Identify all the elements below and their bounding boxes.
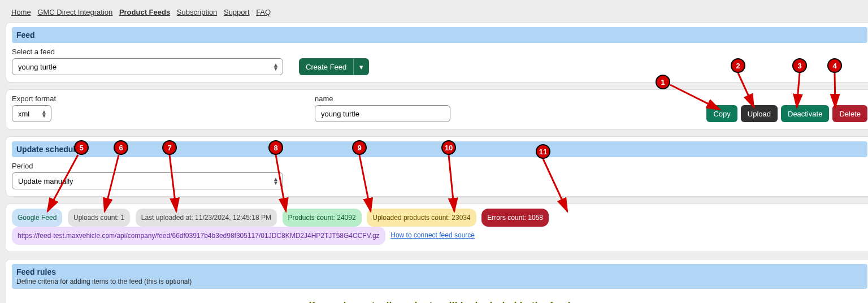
- select-feed-label: Select a feed: [12, 47, 867, 56]
- chevron-down-icon: ▾: [359, 63, 363, 71]
- nav-product-feeds[interactable]: Product Feeds: [119, 8, 170, 16]
- top-nav: Home GMC Direct Integration Product Feed…: [6, 6, 868, 22]
- schedule-panel: Update schedule Period ▲▼: [6, 136, 868, 197]
- create-feed-caret-button[interactable]: ▾: [353, 58, 369, 75]
- select-feed[interactable]: [12, 58, 283, 75]
- period-label: Period: [12, 162, 867, 170]
- feed-actions: Copy Upload Deactivate Delete: [706, 105, 867, 122]
- rules-header-title: Feed rules: [16, 267, 56, 276]
- export-panel: Export format ▲▼ name Copy Upload Deacti…: [6, 89, 868, 129]
- badge-uploaded: Uploaded products count: 23034: [367, 209, 476, 227]
- nav-gmc[interactable]: GMC Direct Integration: [37, 8, 112, 16]
- badge-url: https://feed-test.maxvehicle.com/api/com…: [12, 227, 385, 245]
- nav-support[interactable]: Support: [224, 8, 250, 16]
- export-format-label: Export format: [12, 94, 56, 103]
- upload-button[interactable]: Upload: [741, 105, 778, 122]
- badge-last-upload: Last uploaded at: 11/23/2024, 12:45:18 P…: [136, 209, 277, 227]
- schedule-header: Update schedule: [12, 141, 867, 157]
- badge-products: Products count: 24092: [283, 209, 362, 227]
- nav-subscription[interactable]: Subscription: [177, 8, 218, 16]
- deactivate-button[interactable]: Deactivate: [781, 105, 829, 122]
- feed-panel: Feed Select a feed ▲▼ Create Feed ▾: [6, 22, 868, 83]
- period-select[interactable]: [12, 172, 283, 189]
- select-feed-wrap: ▲▼: [12, 58, 283, 75]
- howto-link[interactable]: How to connect feed source: [390, 231, 475, 239]
- rules-header: Feed rules Define criteria for adding it…: [12, 264, 867, 289]
- badge-errors: Errors count: 1058: [481, 209, 549, 227]
- rules-header-sub: Define criteria for adding items to the …: [16, 278, 863, 285]
- export-format-select[interactable]: [12, 105, 51, 122]
- badge-feed-type: Google Feed: [12, 209, 62, 227]
- create-feed-button[interactable]: Create Feed: [299, 58, 353, 75]
- feed-header: Feed: [12, 27, 867, 43]
- copy-button[interactable]: Copy: [706, 105, 737, 122]
- badge-uploads: Uploads count: 1: [68, 209, 130, 227]
- rules-panel: Feed rules Define criteria for adding it…: [6, 259, 868, 303]
- no-rules-message: If no rules set, all products will be in…: [12, 293, 867, 303]
- name-input[interactable]: [315, 105, 450, 122]
- nav-faq[interactable]: FAQ: [256, 8, 271, 16]
- name-label: name: [315, 94, 450, 103]
- status-panel: Google Feed Uploads count: 1 Last upload…: [6, 204, 868, 252]
- delete-button[interactable]: Delete: [832, 105, 867, 122]
- nav-home[interactable]: Home: [11, 8, 31, 16]
- create-feed-split: Create Feed ▾: [299, 58, 369, 75]
